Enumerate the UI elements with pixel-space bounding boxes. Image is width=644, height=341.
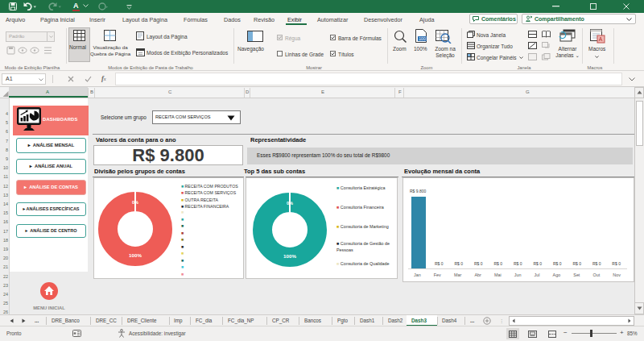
svg-text:100%: 100%: [129, 252, 142, 258]
svg-text:100%: 100%: [283, 253, 296, 259]
svg-text:0%: 0%: [287, 201, 293, 206]
svg-text:0%: 0%: [132, 200, 138, 205]
svg-text:100: 100: [419, 36, 426, 41]
